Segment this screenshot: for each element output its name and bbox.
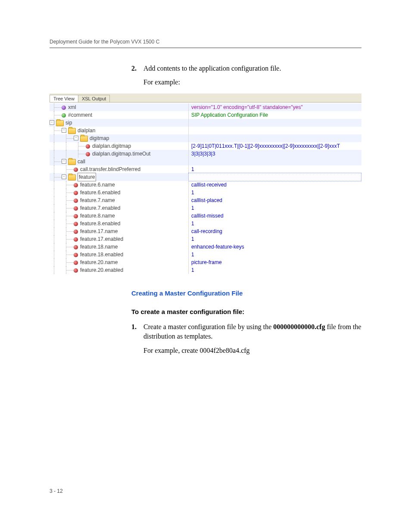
tree-connector	[62, 235, 74, 243]
folder-icon	[56, 120, 64, 126]
ball-purple-icon	[62, 106, 66, 110]
tree-node-left: feature.18.name	[50, 243, 188, 251]
tree-node-left: feature.18.enabled	[50, 251, 188, 258]
tree-node-label: #comment	[68, 111, 92, 119]
tree-node-value: calllist-placed	[188, 196, 361, 204]
tree-row[interactable]: -call	[50, 158, 361, 165]
tree-row[interactable]: feature.7.namecalllist-placed	[50, 196, 361, 204]
tree-row[interactable]: -feature	[50, 173, 361, 181]
ball-red-icon	[74, 245, 78, 249]
tree-row[interactable]: -dialplan	[50, 127, 361, 134]
tree-node-label: dialplan.digitmap.timeOut	[92, 150, 150, 158]
tree-node-value: [2-9]11|0T|011xxx.T|[0-1][2-9]xxxxxxxxx|…	[188, 142, 361, 150]
ball-red-icon	[74, 191, 78, 195]
tree-node-left: call.transfer.blindPreferred	[50, 165, 188, 173]
tree-node-label: feature.8.name	[80, 212, 115, 220]
tree-connector	[50, 220, 62, 227]
tree-node-left: feature.17.name	[50, 227, 188, 235]
tree-row[interactable]: call.transfer.blindPreferred1	[50, 165, 361, 173]
tree-row[interactable]: feature.18.enabled1	[50, 251, 361, 258]
tree-connector	[62, 258, 74, 266]
tree-node-left: -digitmap	[50, 134, 188, 142]
tree-row[interactable]: dialplan.digitmap[2-9]11|0T|011xxx.T|[0-…	[50, 142, 361, 150]
ball-red-icon	[74, 199, 78, 203]
tree-node-label: call.transfer.blindPreferred	[80, 165, 140, 173]
expander-icon[interactable]: -	[62, 174, 66, 179]
tree-node-value: 3|3|3|3|3|3	[188, 150, 361, 158]
tree-node-value	[188, 173, 361, 181]
tree-connector	[50, 251, 62, 258]
tree-connector	[50, 189, 62, 196]
tree-connector	[50, 266, 62, 274]
tree-node-label: feature.17.enabled	[80, 235, 123, 243]
tree-connector	[62, 165, 74, 173]
tree-connector	[50, 158, 62, 165]
tree-row[interactable]: feature.17.namecall-recording	[50, 227, 361, 235]
tree-node-value: 1	[188, 165, 361, 173]
step-1: 1. Create a master configuration file by…	[131, 322, 361, 342]
page-number: 3 - 12	[50, 488, 63, 494]
tree-row[interactable]: feature.20.namepicture-frame	[50, 258, 361, 266]
tree-connector	[50, 134, 62, 142]
tree-node-label: feature.18.enabled	[80, 251, 123, 258]
tree-row[interactable]: feature.18.nameenhanced-feature-keys	[50, 243, 361, 251]
tree-node-value	[188, 158, 361, 165]
tree-connector	[50, 103, 62, 111]
step-1-number: 1.	[131, 322, 143, 342]
tree-connector	[62, 142, 74, 150]
tree-connector	[50, 196, 62, 204]
tree-connector	[62, 196, 74, 204]
tab-tree-view[interactable]: Tree View	[50, 95, 78, 102]
tree-connector	[50, 181, 62, 189]
expander-icon[interactable]: -	[62, 128, 66, 133]
tree-row[interactable]: feature.8.namecalllist-missed	[50, 212, 361, 220]
tree-connector	[50, 204, 62, 212]
expander-icon[interactable]: -	[62, 159, 66, 164]
tree-row[interactable]: feature.6.namecalllist-received	[50, 181, 361, 189]
tree-row[interactable]: feature.17.enabled1	[50, 235, 361, 243]
ball-red-icon	[74, 261, 78, 265]
tree-node-label: digitmap	[90, 134, 109, 142]
tree-row[interactable]: feature.7.enabled1	[50, 204, 361, 212]
step-1-text-a: Create a master configuration file by us…	[143, 323, 273, 330]
tab-xsl-output[interactable]: XSL Output	[78, 95, 110, 102]
tree-row[interactable]: -digitmap	[50, 134, 361, 142]
tree-row[interactable]: -sip	[50, 119, 361, 127]
tree-node-value: call-recording	[188, 227, 361, 235]
tree-row[interactable]: feature.20.enabled1	[50, 266, 361, 274]
tree-connector	[74, 150, 86, 158]
ball-red-icon	[74, 168, 78, 172]
ball-red-icon	[74, 222, 78, 226]
ball-red-icon	[74, 206, 78, 211]
ball-red-icon	[74, 183, 78, 187]
expander-icon[interactable]: -	[50, 120, 54, 125]
tree-node-label: dialplan	[78, 127, 95, 134]
step-1-sub: For example, create 0004f2be80a4.cfg	[143, 346, 361, 355]
tree-node-value: 1	[188, 204, 361, 212]
xml-tree-figure: Tree View XSL Output xmlversion="1.0" en…	[50, 93, 361, 277]
tree-connector	[50, 258, 62, 266]
tabs-row: Tree View XSL Output	[50, 93, 361, 103]
tree-node-left: feature.6.name	[50, 181, 188, 189]
tree-node-label: sip	[65, 119, 72, 127]
tree-connector	[62, 243, 74, 251]
tree-row[interactable]: feature.8.enabled1	[50, 220, 361, 227]
tree-node-label: feature	[78, 173, 96, 181]
tree-row[interactable]: #commentSIP Application Configuration Fi…	[50, 111, 361, 119]
step-2-sub: For example:	[143, 78, 361, 87]
tree-row[interactable]: dialplan.digitmap.timeOut3|3|3|3|3|3	[50, 150, 361, 158]
tree-node-label: feature.7.enabled	[80, 204, 120, 212]
tree-node-label: call	[78, 158, 85, 165]
tree-body: xmlversion="1.0" encoding="utf-8" standa…	[50, 103, 361, 277]
tree-connector	[74, 142, 86, 150]
tree-node-value: enhanced-feature-keys	[188, 243, 361, 251]
tree-node-left: feature.7.enabled	[50, 204, 188, 212]
tree-connector	[62, 150, 74, 158]
tree-row[interactable]: xmlversion="1.0" encoding="utf-8" standa…	[50, 103, 361, 111]
step-2: 2. Add contents to the application confi…	[131, 64, 361, 73]
tree-node-left: dialplan.digitmap.timeOut	[50, 150, 188, 158]
expander-icon[interactable]: -	[74, 136, 78, 140]
tree-row[interactable]: feature.6.enabled1	[50, 189, 361, 196]
tree-node-left: feature.8.name	[50, 212, 188, 220]
tree-connector	[62, 134, 74, 142]
